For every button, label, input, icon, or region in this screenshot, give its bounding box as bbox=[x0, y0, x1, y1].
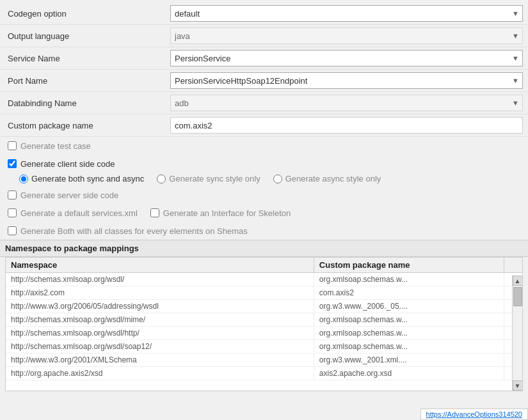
namespace-cell: http://www.w3.org/2006/05/addressing/wsd… bbox=[6, 300, 314, 313]
package-cell: org.xmlsoap.schemas.w... bbox=[314, 273, 504, 286]
generate-client-row: Generate client side code bbox=[0, 155, 528, 173]
output-language-control: java ▼ bbox=[170, 27, 523, 44]
generate-server-row: Generate server side code bbox=[0, 186, 528, 204]
namespace-section-header: Namespace to package mappings bbox=[0, 240, 528, 257]
databinding-label: Databinding Name bbox=[5, 98, 170, 108]
scrollbar-thumb[interactable] bbox=[513, 287, 522, 306]
output-language-label: Output language bbox=[5, 31, 170, 41]
status-url: https://AdvanceOptions314520 bbox=[426, 410, 522, 418]
custom-package-label: Custom package name bbox=[5, 121, 170, 130]
package-cell: org.xmlsoap.schemas.w... bbox=[314, 340, 504, 354]
generate-server-checkbox[interactable] bbox=[8, 191, 17, 199]
generate-server-label: Generate server side code bbox=[20, 191, 118, 200]
custom-package-input[interactable] bbox=[170, 117, 523, 134]
double-checkbox-row: Generate a default services.xml Generate… bbox=[0, 204, 528, 222]
generate-client-label: Generate client side code bbox=[20, 159, 115, 169]
package-cell: org.w3.www._2001.xml.... bbox=[314, 354, 504, 367]
databinding-select[interactable]: adb bbox=[170, 95, 523, 111]
output-language-select[interactable]: java bbox=[170, 27, 523, 44]
generate-both-row: Generate Both with all classes for every… bbox=[0, 222, 528, 240]
namespace-cell: http://axis2.com bbox=[6, 286, 314, 300]
generate-default-services-checkbox[interactable] bbox=[8, 208, 17, 217]
codegen-row: Codegen option default ▼ bbox=[0, 3, 528, 25]
package-cell: org.xmlsoap.schemas.w... bbox=[314, 327, 504, 340]
col-namespace-header: Namespace bbox=[6, 258, 314, 273]
namespace-cell: http://schemas.xmlsoap.org/wsdl/http/ bbox=[6, 327, 314, 340]
table-row: http://axis2.com com.axis2 bbox=[6, 286, 522, 300]
status-bar[interactable]: https://AdvanceOptions314520 bbox=[420, 408, 528, 420]
namespace-section-title: Namespace to package mappings bbox=[5, 244, 139, 253]
table-row: http://schemas.xmlsoap.org/wsdl/mime/ or… bbox=[6, 313, 522, 327]
namespace-table: Namespace Custom package name http://sch… bbox=[6, 258, 522, 380]
generate-default-services-item: Generate a default services.xml bbox=[8, 208, 138, 218]
databinding-row: Databinding Name adb ▼ bbox=[0, 92, 528, 114]
scrollbar-up-button[interactable]: ▲ bbox=[513, 276, 523, 286]
table-row: http://www.w3.org/2001/XMLSchema org.w3.… bbox=[6, 354, 522, 367]
package-cell: axis2.apache.org.xsd bbox=[314, 367, 504, 380]
custom-package-control bbox=[170, 117, 523, 134]
scrollbar-track: ▲ ▼ bbox=[512, 276, 522, 391]
radio-async: Generate async style only bbox=[273, 174, 381, 183]
radio-both-label: Generate both sync and async bbox=[31, 174, 144, 183]
table-header-row: Namespace Custom package name bbox=[6, 258, 522, 273]
codegen-label: Codegen option bbox=[5, 9, 170, 19]
radio-both-input[interactable] bbox=[19, 175, 28, 183]
port-name-label: Port Name bbox=[5, 76, 170, 86]
generate-test-checkbox[interactable] bbox=[8, 141, 17, 150]
radio-sync: Generate sync style only bbox=[157, 174, 260, 183]
table-row: http://www.w3.org/2006/05/addressing/wsd… bbox=[6, 300, 522, 313]
namespace-table-container: Namespace Custom package name http://sch… bbox=[5, 257, 523, 391]
generate-default-services-label: Generate a default services.xml bbox=[20, 208, 138, 218]
generate-test-label: Generate test case bbox=[20, 141, 91, 151]
package-cell: org.xmlsoap.schemas.w... bbox=[314, 313, 504, 327]
service-name-label: Service Name bbox=[5, 54, 170, 63]
port-name-select[interactable]: PersionServiceHttpSoap12Endpoint bbox=[170, 72, 523, 89]
radio-sync-input[interactable] bbox=[157, 175, 166, 183]
generate-client-checkbox[interactable] bbox=[8, 159, 17, 168]
radio-sync-label: Generate sync style only bbox=[169, 174, 260, 183]
generate-test-row: Generate test case bbox=[0, 137, 528, 155]
namespace-cell: http://schemas.xmlsoap.org/wsdl/ bbox=[6, 273, 314, 286]
table-row: http://org.apache.axis2/xsd axis2.apache… bbox=[6, 367, 522, 380]
radio-both: Generate both sync and async bbox=[19, 174, 144, 183]
generate-interface-item: Generate an Interface for Skeleton bbox=[150, 208, 291, 218]
radio-row: Generate both sync and async Generate sy… bbox=[0, 173, 528, 186]
custom-package-row: Custom package name bbox=[0, 114, 528, 137]
package-cell: org.w3.www._2006._05.... bbox=[314, 300, 504, 313]
table-row: http://schemas.xmlsoap.org/wsdl/soap12/ … bbox=[6, 340, 522, 354]
radio-async-label: Generate async style only bbox=[285, 174, 381, 183]
codegen-control: default ▼ bbox=[170, 5, 523, 22]
service-name-select[interactable]: PersionService bbox=[170, 50, 523, 66]
radio-async-input[interactable] bbox=[273, 175, 282, 183]
output-language-row: Output language java ▼ bbox=[0, 25, 528, 47]
generate-interface-label: Generate an Interface for Skeleton bbox=[163, 208, 291, 218]
col-scroll-header bbox=[504, 258, 522, 273]
port-name-control: PersionServiceHttpSoap12Endpoint ▼ bbox=[170, 72, 523, 89]
service-name-row: Service Name PersionService ▼ bbox=[0, 47, 528, 70]
table-row: http://schemas.xmlsoap.org/wsdl/ org.xml… bbox=[6, 273, 522, 286]
port-name-row: Port Name PersionServiceHttpSoap12Endpoi… bbox=[0, 70, 528, 92]
namespace-cell: http://org.apache.axis2/xsd bbox=[6, 367, 314, 380]
databinding-control: adb ▼ bbox=[170, 95, 523, 111]
generate-interface-checkbox[interactable] bbox=[150, 208, 159, 217]
namespace-table-body: http://schemas.xmlsoap.org/wsdl/ org.xml… bbox=[6, 273, 522, 380]
col-package-header: Custom package name bbox=[314, 258, 504, 273]
namespace-cell: http://www.w3.org/2001/XMLSchema bbox=[6, 354, 314, 367]
scrollbar-down-button[interactable]: ▼ bbox=[513, 380, 523, 391]
namespace-cell: http://schemas.xmlsoap.org/wsdl/mime/ bbox=[6, 313, 314, 327]
service-name-control: PersionService ▼ bbox=[170, 50, 523, 66]
namespace-cell: http://schemas.xmlsoap.org/wsdl/soap12/ bbox=[6, 340, 314, 354]
table-row: http://schemas.xmlsoap.org/wsdl/http/ or… bbox=[6, 327, 522, 340]
package-cell: com.axis2 bbox=[314, 286, 504, 300]
generate-both-checkbox[interactable] bbox=[8, 226, 17, 235]
generate-both-label: Generate Both with all classes for every… bbox=[20, 226, 248, 236]
codegen-select[interactable]: default bbox=[170, 5, 523, 22]
form-container: Codegen option default ▼ Output language… bbox=[0, 0, 528, 394]
